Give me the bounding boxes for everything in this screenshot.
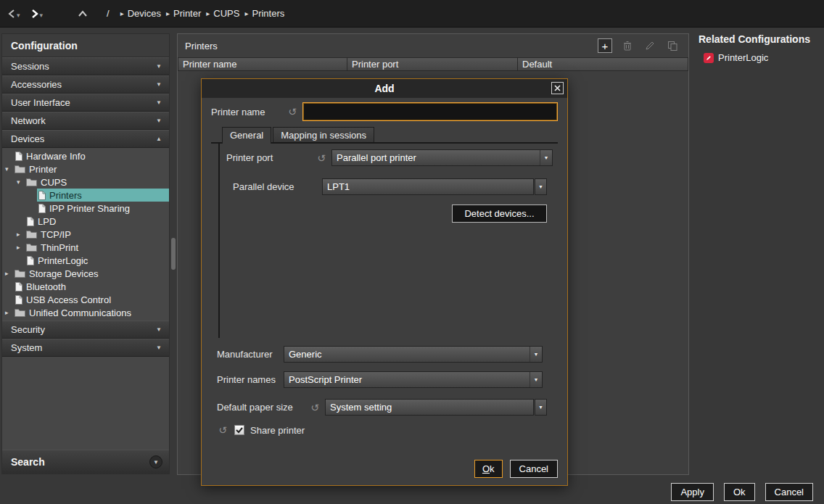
expander-open-icon[interactable]: ▾ (5, 162, 14, 175)
detect-devices-button[interactable]: Detect devices... (452, 205, 547, 223)
printer-name-row: Printer name ↺ (211, 102, 558, 121)
dialog-ok-button[interactable]: Ok (474, 460, 503, 478)
sidebar-search-bar[interactable]: Search ▼ (2, 450, 169, 474)
reset-icon[interactable]: ↺ (309, 402, 321, 413)
chevron-down-icon: ▼ (156, 117, 162, 124)
tree-item-storage-devices[interactable]: ▸ Storage Devices (2, 267, 169, 280)
expander-open-icon[interactable]: ▾ (17, 175, 25, 189)
sidebar-scrollbar[interactable] (171, 33, 176, 474)
apply-button[interactable]: Apply (671, 483, 714, 501)
tree-item-printerlogic[interactable]: PrinterLogic (2, 254, 169, 267)
chevron-down-icon: ▼ (156, 99, 162, 106)
sidebar-category-accessories[interactable]: Accessories ▼ (2, 75, 169, 94)
tree-item-label: IPP Printer Sharing (49, 203, 130, 214)
sidebar-category-user-interface[interactable]: User Interface ▼ (2, 94, 169, 112)
top-navigation-bar: ▾ ▾ / ▸ Devices ▸ Printer ▸ CUPS ▸ Print… (0, 0, 824, 28)
sidebar-category-network[interactable]: Network ▼ (2, 112, 169, 130)
search-expand-button[interactable]: ▼ (149, 455, 162, 468)
category-label: Sessions (11, 61, 156, 72)
modified-badge-icon (704, 53, 714, 63)
page-icon (26, 256, 34, 265)
tab-general[interactable]: General (222, 127, 271, 144)
breadcrumb-item-printers[interactable]: Printers (252, 8, 284, 19)
chevron-down-icon: ▼ (540, 150, 552, 165)
printer-names-select[interactable]: PostScript Printer ▼ (284, 371, 543, 388)
chevron-up-icon (78, 9, 88, 18)
printers-toolbar: + (598, 38, 680, 53)
manufacturer-label: Manufacturer (211, 349, 284, 360)
scrollbar-thumb[interactable] (171, 238, 176, 270)
search-label: Search (11, 456, 149, 468)
column-header-printer-port[interactable]: Printer port (347, 57, 518, 71)
sidebar-category-sessions[interactable]: Sessions ▼ (2, 57, 169, 75)
edit-icon[interactable] (643, 38, 657, 53)
tree-item-label: Printer (29, 164, 57, 175)
tree-item-label: ThinPrint (41, 242, 78, 253)
reset-icon[interactable]: ↺ (316, 152, 327, 164)
tab-mapping-in-sessions[interactable]: Mapping in sessions (273, 127, 374, 142)
expander-closed-icon[interactable]: ▸ (5, 267, 14, 280)
ok-button[interactable]: Ok (724, 483, 755, 501)
chevron-down-icon: ▼ (153, 459, 159, 466)
tree-item-tcpip[interactable]: ▸ TCP/IP (2, 228, 169, 241)
tree-item-cups[interactable]: ▾ CUPS (2, 175, 169, 189)
printers-table-header: Printer name Printer port Default (178, 57, 688, 71)
tree-item-ipp-printer-sharing[interactable]: IPP Printer Sharing (2, 202, 169, 215)
printer-port-select[interactable]: Parallel port printer ▼ (331, 149, 553, 166)
column-header-printer-name[interactable]: Printer name (178, 57, 347, 71)
dialog-body: Printer name ↺ General Mapping in sessio… (202, 98, 567, 485)
delete-icon[interactable] (620, 38, 635, 53)
share-printer-checkbox[interactable] (234, 425, 244, 435)
breadcrumb-item-cups[interactable]: CUPS (213, 8, 239, 19)
column-header-default[interactable]: Default (518, 57, 688, 71)
printer-names-row: Printer names PostScript Printer ▼ (211, 371, 558, 388)
back-button[interactable]: ▾ (7, 9, 20, 19)
chevron-left-icon (7, 9, 16, 19)
sidebar-category-system[interactable]: System ▼ (2, 339, 169, 357)
printer-name-label: Printer name (211, 107, 287, 117)
expander-closed-icon[interactable]: ▸ (17, 228, 25, 241)
tree-item-hardware-info[interactable]: Hardware Info (2, 149, 169, 162)
breadcrumb-item-devices[interactable]: Devices (128, 8, 161, 19)
dialog-titlebar[interactable]: Add (202, 79, 567, 98)
tree-item-thinprint[interactable]: ▸ ThinPrint (2, 241, 169, 254)
devices-tree: Hardware Info ▾ Printer ▾ CUPS Printers … (2, 148, 169, 321)
printers-panel-header: Printers + (178, 34, 688, 57)
sidebar-category-devices[interactable]: Devices ▲ (2, 130, 169, 148)
tree-item-unified-communications[interactable]: ▸ Unified Communications (2, 306, 169, 319)
related-item-printerlogic[interactable]: PrinterLogic (704, 52, 823, 63)
chevron-down-icon: ▾ (17, 12, 20, 19)
tree-item-lpd[interactable]: LPD (2, 215, 169, 228)
chevron-down-icon[interactable]: ▼ (535, 399, 547, 416)
expander-closed-icon[interactable]: ▸ (17, 241, 25, 254)
breadcrumb-item-printer[interactable]: Printer (173, 8, 201, 19)
tree-item-label: Hardware Info (26, 151, 86, 162)
cancel-button[interactable]: Cancel (765, 483, 813, 501)
chevron-down-icon: ▼ (156, 63, 162, 70)
up-button[interactable] (78, 9, 88, 18)
forward-button[interactable]: ▾ (30, 9, 44, 19)
manufacturer-row: Manufacturer Generic ▼ (211, 346, 558, 363)
expander-closed-icon[interactable]: ▸ (5, 306, 14, 319)
category-label: Network (11, 115, 156, 126)
printer-name-input[interactable] (302, 102, 558, 121)
tree-item-printers-selected[interactable]: Printers (2, 189, 169, 202)
add-button[interactable]: + (598, 38, 612, 53)
parallel-device-value[interactable]: LPT1 (322, 178, 534, 195)
dialog-cancel-button[interactable]: Cancel (510, 460, 558, 478)
manufacturer-select[interactable]: Generic ▼ (284, 346, 543, 363)
printer-names-label: Printer names (211, 374, 284, 385)
tree-item-usb-access-control[interactable]: USB Access Control (2, 293, 169, 306)
reset-icon[interactable]: ↺ (287, 106, 298, 117)
detect-devices-row: Detect devices... (220, 205, 558, 223)
copy-icon[interactable] (665, 38, 680, 53)
close-button[interactable] (551, 82, 564, 94)
breadcrumb-root[interactable]: / (107, 8, 110, 19)
tree-item-printer[interactable]: ▾ Printer (2, 162, 169, 175)
sidebar-category-security[interactable]: Security ▼ (2, 321, 169, 339)
tree-item-bluetooth[interactable]: Bluetooth (2, 280, 169, 293)
page-icon (15, 295, 22, 305)
reset-icon[interactable]: ↺ (217, 424, 228, 436)
paper-size-value[interactable]: System setting (325, 399, 534, 416)
chevron-down-icon[interactable]: ▼ (535, 178, 547, 195)
